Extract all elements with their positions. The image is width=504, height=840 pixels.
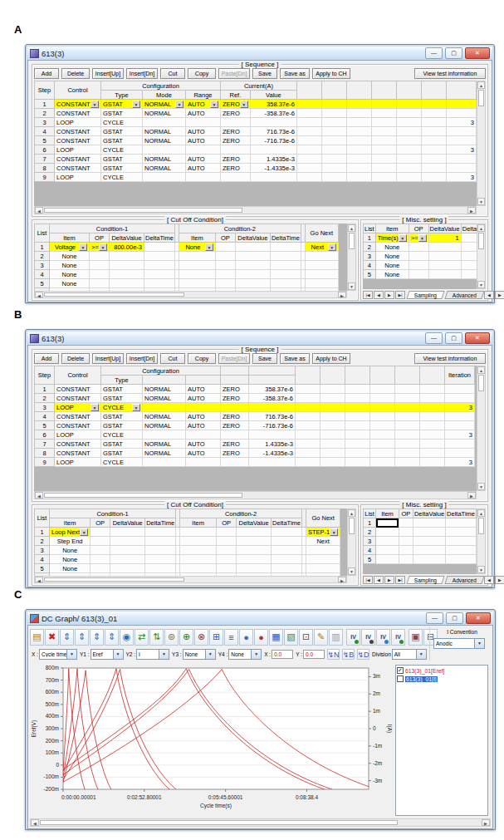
dropdown-button[interactable]: ▼ xyxy=(210,101,218,108)
dropdown-button[interactable]: ▼ xyxy=(79,243,87,251)
cutoff-cell[interactable] xyxy=(110,546,145,555)
vertical-scrollbar[interactable]: ▲▼ xyxy=(477,508,486,574)
sequence-cell[interactable] xyxy=(186,173,221,182)
sequence-cell[interactable] xyxy=(221,403,249,412)
sequence-cell[interactable]: AUTO xyxy=(186,440,221,449)
sequence-cell[interactable] xyxy=(421,164,446,173)
misc-cell[interactable] xyxy=(376,546,399,555)
sequence-cell[interactable]: GSTAT xyxy=(101,136,143,145)
misc-cell[interactable] xyxy=(376,537,399,546)
sequence-cell[interactable] xyxy=(296,127,321,136)
minimize-button[interactable]: — xyxy=(426,612,443,624)
sequence-cell[interactable]: GSTAT xyxy=(101,155,143,164)
sequence-cell[interactable] xyxy=(249,430,296,440)
sequence-row[interactable]: 4CONSTANTGSTATNORMALAUTOZERO716.73e-6 xyxy=(35,127,477,136)
cutoff-cell[interactable] xyxy=(179,261,215,270)
cutoff-cell[interactable] xyxy=(90,270,110,279)
cutoff-cell[interactable] xyxy=(272,546,302,555)
misc-cell[interactable] xyxy=(409,252,428,261)
sequence-cell[interactable]: AUTO xyxy=(186,449,221,458)
sequence-cell[interactable]: ZERO▼ xyxy=(221,100,251,109)
print-preview-icon[interactable]: ⊡ xyxy=(299,629,313,646)
iv-curve-green-icon[interactable]: IV xyxy=(346,629,360,646)
sequence-cell[interactable] xyxy=(296,145,321,155)
cutoff-cell[interactable]: Next▼ xyxy=(305,243,338,252)
scroll-down-arrow[interactable]: ▼ xyxy=(348,567,355,575)
iteration-cell[interactable] xyxy=(446,127,476,136)
sequence-cell[interactable] xyxy=(420,394,445,403)
cutoff-cell[interactable] xyxy=(91,537,110,546)
sequence-cell[interactable]: GSTAT▼ xyxy=(101,100,143,109)
cutoff-cell[interactable]: None xyxy=(50,555,91,564)
sequence-cell[interactable] xyxy=(345,385,370,394)
sequence-cell[interactable] xyxy=(370,449,395,458)
sequence-cell[interactable] xyxy=(421,127,446,136)
sequence-cell[interactable]: GSTAT xyxy=(101,385,143,394)
cutoff-cell[interactable] xyxy=(306,546,340,555)
cutoff-cell[interactable] xyxy=(270,270,301,279)
scroll-down-arrow[interactable]: ▼ xyxy=(477,281,485,288)
seq-button-save[interactable]: Save xyxy=(252,68,277,79)
convention-select[interactable]: Anodic ▼ xyxy=(433,638,485,649)
cutoff-cell[interactable]: STEP-1▼ xyxy=(306,528,340,537)
iv-curve-black-icon[interactable]: IV xyxy=(361,629,375,646)
sequence-cell[interactable] xyxy=(321,440,345,449)
cutoff-row[interactable]: 1Loop Next▼STEP-1▼ xyxy=(35,528,340,537)
sequence-cell[interactable]: -358.37e-6 xyxy=(250,109,296,118)
vertical-scrollbar[interactable]: ▲▼ xyxy=(347,224,356,291)
sequence-row[interactable]: 9LOOPCYCLE3 xyxy=(35,173,477,182)
sequence-cell[interactable]: NORMAL xyxy=(143,155,186,164)
chevron-down-icon[interactable]: ▼ xyxy=(474,639,484,648)
sequence-cell[interactable] xyxy=(250,173,296,182)
delete-graph-icon[interactable]: ✖ xyxy=(45,629,59,646)
sequence-row[interactable]: 6LOOPCYCLE3 xyxy=(35,145,477,155)
cutoff-cell[interactable] xyxy=(215,252,235,261)
sequence-cell[interactable]: AUTO xyxy=(186,385,221,394)
nav-next-icon[interactable]: ▶ xyxy=(384,291,394,299)
chevron-down-icon[interactable]: ▼ xyxy=(416,650,426,659)
cutoff-cell[interactable]: None xyxy=(50,564,91,573)
cutoff-cell[interactable] xyxy=(272,528,302,537)
scrollbar-thumb[interactable] xyxy=(349,233,355,249)
misc-cell[interactable] xyxy=(399,537,413,546)
iteration-cell[interactable] xyxy=(445,394,475,403)
cutoff-cell[interactable] xyxy=(237,564,272,573)
sequence-cell[interactable] xyxy=(420,412,445,421)
misc-cell[interactable] xyxy=(413,555,445,564)
misc-cell[interactable] xyxy=(413,528,445,537)
seq-button-save-as[interactable]: Save as xyxy=(280,68,310,79)
sequence-cell[interactable]: NORMAL xyxy=(143,449,186,458)
sequence-cell[interactable] xyxy=(221,430,249,440)
dropdown-button[interactable]: ▼ xyxy=(418,234,427,242)
sequence-cell[interactable]: -358.37e-6 xyxy=(249,394,296,403)
misc-cell[interactable] xyxy=(413,537,445,546)
cutoff-cell[interactable] xyxy=(110,252,144,261)
horizontal-scrollbar[interactable]: ◀▶ xyxy=(34,576,347,583)
cutoff-cell[interactable] xyxy=(270,261,301,270)
cutoff-cell[interactable] xyxy=(217,555,237,564)
sequence-cell[interactable]: 716.73e-6 xyxy=(249,412,296,421)
sequence-cell[interactable]: CYCLE xyxy=(101,430,143,440)
sequence-cell[interactable]: NORMAL xyxy=(143,394,186,403)
sequence-row[interactable]: 3LOOP▼CYCLE▼3 xyxy=(35,403,475,412)
seq-button-insert-dn[interactable]: Insert[Dn] xyxy=(126,353,158,364)
scroll-up-arrow[interactable]: ▲ xyxy=(348,509,355,517)
sequence-cell[interactable]: ZERO xyxy=(221,109,251,118)
cutoff-cell[interactable] xyxy=(90,252,110,261)
seq-button-insert-dn[interactable]: Insert[Dn] xyxy=(126,68,158,79)
y4-axis-scale-icon[interactable]: ⇕ xyxy=(105,629,119,646)
sequence-cell[interactable]: 716.73e-6 xyxy=(250,127,296,136)
data-table-icon[interactable]: ▦ xyxy=(269,629,283,646)
cutoff-cell[interactable] xyxy=(215,279,235,288)
misc-row[interactable]: 4 xyxy=(364,546,477,555)
annotate-icon[interactable]: ✎ xyxy=(314,629,328,646)
tab-scroll-left-icon[interactable]: ◀ xyxy=(484,291,494,299)
sequence-cell[interactable]: GSTAT xyxy=(101,394,143,403)
sequence-cell[interactable] xyxy=(249,458,296,467)
sequence-cell[interactable] xyxy=(371,164,396,173)
sequence-cell[interactable] xyxy=(421,173,446,182)
cutoff-cell[interactable] xyxy=(144,252,175,261)
sequence-cell[interactable]: -1.4335e-3 xyxy=(250,164,296,173)
sequence-cell[interactable] xyxy=(346,173,371,182)
sequence-cell[interactable]: CONSTANT xyxy=(55,127,101,136)
